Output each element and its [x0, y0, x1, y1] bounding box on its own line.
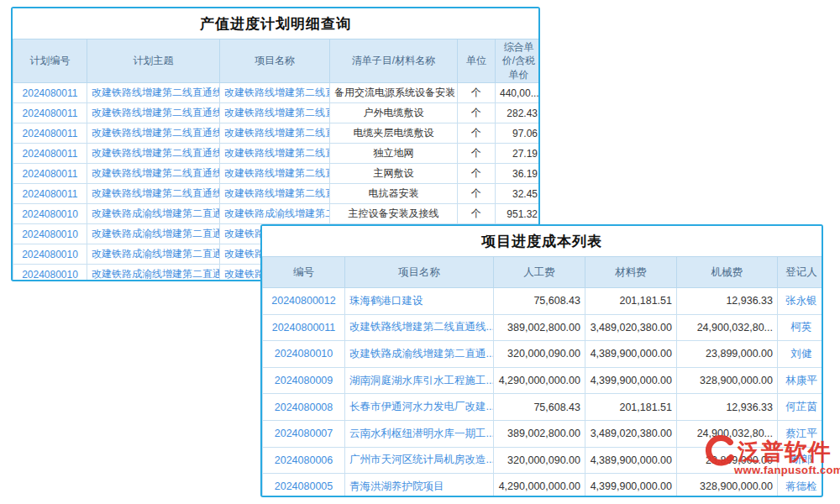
table-cell[interactable]: 2024080008: [263, 394, 345, 421]
table-cell[interactable]: 改建铁路线增建第二线直: [220, 144, 330, 164]
table-row: 2024080008长春市伊通河水力发电厂改建...75,608.43201,1…: [263, 394, 824, 421]
project-cost-window-title: 项目进度成本列表: [262, 226, 822, 256]
table-cell: 12,936.33: [677, 288, 778, 315]
table-cell[interactable]: 湖南洞庭湖水库引水工程施工...: [345, 367, 494, 394]
table-cell[interactable]: 改建铁路成渝线增建第二直通...: [345, 341, 494, 368]
table-cell[interactable]: 2024080010: [13, 265, 87, 282]
table-cell[interactable]: 2024080010: [13, 244, 87, 265]
table-cell: 4,389,900,000.00: [585, 341, 677, 368]
table-cell[interactable]: 改建铁路线增建第二线直: [220, 103, 330, 123]
table-cell[interactable]: 改建铁路成渝线增建第二直通: [87, 204, 220, 224]
table-cell[interactable]: 珠海鹤港口建设: [345, 288, 494, 315]
table-row: 20240800011改建铁路线增建第二线直通线...389,002,800.0…: [263, 314, 824, 341]
table-row: 2024080011改建铁路线增建第二线直通线改建铁路线增建第二线直备用交流电源…: [13, 83, 541, 103]
table-cell[interactable]: 长春市伊通河水力发电厂改建...: [345, 394, 494, 421]
table-cell[interactable]: 2024080009: [263, 367, 345, 394]
table-cell[interactable]: 改建铁路线增建第二线直通线: [87, 103, 220, 123]
table-cell: 独立地网: [330, 144, 458, 164]
table-cell[interactable]: 改建铁路线增建第二线直通线: [87, 184, 220, 204]
table-cell[interactable]: 改建铁路成渝线增建第二直通: [87, 244, 220, 265]
table-cell: 389,002,800.00: [494, 420, 585, 447]
project-cost-table-header: 编号 项目名称 人工费 材料费 机械费 登记人: [263, 257, 824, 288]
table-cell[interactable]: 改建铁路线增建第二线直: [220, 123, 330, 144]
table-cell[interactable]: 2024080011: [13, 164, 87, 184]
table-row: 2024080009湖南洞庭湖水库引水工程施工...4,290,000,000.…: [263, 367, 824, 394]
table-row: 20240800012珠海鹤港口建设75,608.43201,181.5112,…: [263, 288, 824, 315]
table-row: 2024080010改建铁路成渝线增建第二直通改建铁路成渝线增建第二主控设备安装…: [13, 204, 541, 224]
table-cell: 23,899,000.00: [677, 341, 778, 368]
table-cell[interactable]: 2024080005: [263, 474, 345, 497]
table-row: 2024080010改建铁路成渝线增建第二直通...320,000,090.00…: [263, 341, 824, 368]
table-row: 2024080011改建铁路线增建第二线直通线改建铁路线增建第二线直电抗器安装个…: [13, 184, 541, 204]
table-cell: 328,900,000.00: [677, 367, 778, 394]
table-row: 2024080011改建铁路线增建第二线直通线改建铁路线增建第二线直主网敷设个3…: [13, 164, 541, 184]
table-cell[interactable]: 广州市天河区统计局机房改造...: [345, 447, 494, 474]
table-cell: 75,608.43: [494, 288, 585, 315]
table-cell: 12,936.33: [677, 394, 778, 421]
table-cell[interactable]: 改建铁路成渝线增建第二直通: [87, 265, 220, 282]
table-cell[interactable]: 改建铁路线增建第二线直通线: [87, 144, 220, 164]
table-cell: 4,290,000,000.00: [494, 474, 585, 497]
table-cell[interactable]: 2024080011: [13, 123, 87, 144]
table-cell: 24,900,032,80...: [677, 314, 778, 341]
table-cell[interactable]: 改建铁路成渝线增建第二直通: [87, 224, 220, 244]
table-cell[interactable]: 改建铁路线增建第二线直通线...: [345, 314, 494, 341]
table-cell[interactable]: 2024080011: [13, 83, 87, 103]
column-header-labor-cost: 人工费: [494, 257, 585, 288]
column-header-id: 编号: [263, 257, 345, 288]
table-cell: 4,389,900,000.00: [585, 447, 677, 474]
table-cell[interactable]: 2024080011: [13, 103, 87, 123]
fanpu-watermark: 泛普软件 www.fanpusoft.com: [704, 435, 838, 489]
table-cell[interactable]: 林康平: [778, 367, 824, 394]
table-cell[interactable]: 改建铁路成渝线增建第二: [220, 204, 330, 224]
table-cell[interactable]: 2024080011: [13, 184, 87, 204]
table-cell: 个: [458, 83, 496, 103]
table-cell[interactable]: 改建铁路线增建第二线直通线: [87, 83, 220, 103]
table-cell: 个: [458, 164, 496, 184]
table-cell[interactable]: 改建铁路线增建第二线直通线: [87, 164, 220, 184]
table-cell: 389,002,800.00: [494, 314, 585, 341]
table-cell[interactable]: 2024080006: [263, 447, 345, 474]
table-cell: 主控设备安装及接线: [330, 204, 458, 224]
table-cell: 备用交流电源系统设备安装: [330, 83, 458, 103]
table-cell: 4,399,900,000.00: [585, 367, 677, 394]
table-cell[interactable]: 改建铁路线增建第二线直: [220, 83, 330, 103]
table-cell[interactable]: 20240800011: [263, 314, 345, 341]
table-cell[interactable]: 何芷茵: [778, 394, 824, 421]
table-cell: 个: [458, 123, 496, 144]
table-cell[interactable]: 2024080007: [263, 420, 345, 447]
table-cell: 32.45: [496, 184, 541, 204]
table-cell: 27.19: [496, 144, 541, 164]
table-cell: 951.32: [496, 204, 541, 224]
table-cell: 个: [458, 144, 496, 164]
table-cell[interactable]: 2024080010: [13, 224, 87, 244]
table-cell: 201,181.51: [585, 394, 677, 421]
table-cell[interactable]: 改建铁路线增建第二线直通线: [87, 123, 220, 144]
table-cell[interactable]: 改建铁路线增建第二线直: [220, 184, 330, 204]
table-cell: 201,181.51: [585, 288, 677, 315]
table-cell: 440,00...: [496, 83, 541, 103]
fanpu-logo-icon: [704, 435, 736, 467]
column-header-plan-id: 计划编号: [13, 39, 87, 83]
table-cell[interactable]: 刘健: [778, 341, 824, 368]
table-cell[interactable]: 2024080010: [263, 341, 345, 368]
table-cell[interactable]: 2024080011: [13, 144, 87, 164]
table-row: 2024080011改建铁路线增建第二线直通线改建铁路线增建第二线直电缆夹层电缆…: [13, 123, 541, 144]
table-cell[interactable]: 云南水利枢纽潜明水库一期工...: [345, 420, 494, 447]
fanpu-logo-url: www.fanpusoft.com: [734, 464, 838, 477]
table-cell: 3,489,020,380.00: [585, 420, 677, 447]
table-cell: 个: [458, 103, 496, 123]
table-cell[interactable]: 改建铁路线增建第二线直: [220, 164, 330, 184]
table-cell: 户外电缆敷设: [330, 103, 458, 123]
column-header-list-item-material: 清单子目/材料名称: [330, 39, 458, 83]
table-cell[interactable]: 柯英: [778, 314, 824, 341]
table-cell[interactable]: 青海洪湖养护院项目: [345, 474, 494, 497]
table-cell[interactable]: 2024080010: [13, 204, 87, 224]
table-cell: 4,399,900,000.00: [585, 474, 677, 497]
column-header-unit: 单位: [458, 39, 496, 83]
table-cell[interactable]: 20240800012: [263, 288, 345, 315]
table-cell[interactable]: 张永银: [778, 288, 824, 315]
table-cell: 3,489,020,380.00: [585, 314, 677, 341]
column-header-project-name: 项目名称: [345, 257, 494, 288]
column-header-composite-price: 综合单价/含税单价: [496, 39, 541, 83]
